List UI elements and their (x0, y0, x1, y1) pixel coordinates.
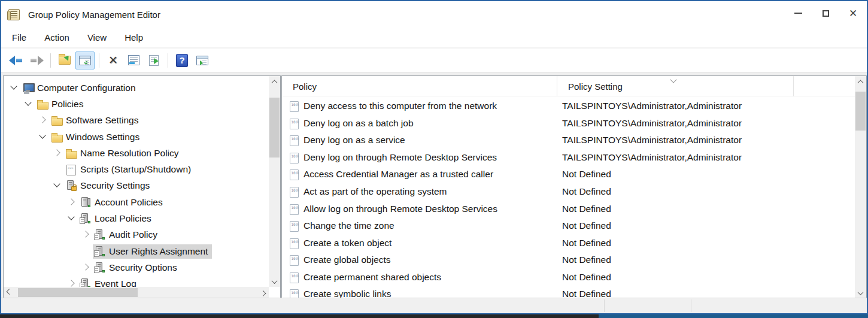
tree-item-user-rights-assignment[interactable]: User Rights Assignment (4, 243, 269, 259)
tree-item-audit-policy[interactable]: Audit Policy (4, 227, 269, 243)
list-vertical-scrollbar[interactable] (855, 76, 866, 298)
scroll-down-arrow-icon[interactable] (855, 288, 866, 298)
scroll-up-arrow-icon[interactable] (855, 76, 866, 86)
tree-item-scripts[interactable]: Scripts (Startup/Shutdown) (4, 161, 269, 177)
properties-button[interactable] (124, 52, 143, 69)
tree-item-label: Computer Configuration (37, 83, 136, 93)
forward-button[interactable] (27, 52, 46, 69)
help-icon: ? (176, 54, 188, 67)
policy-doc-icon (289, 152, 299, 163)
policy-row[interactable]: Deny log on through Remote Desktop Servi… (282, 149, 855, 166)
policy-row[interactable]: Deny access to this computer from the ne… (282, 98, 855, 115)
background-window-accent (599, 314, 868, 318)
show-console-tree-button[interactable] (75, 52, 95, 69)
tree-item-label: Account Policies (95, 197, 163, 208)
delete-button[interactable]: ✕ (104, 52, 123, 69)
tree-item-label: Security Settings (80, 180, 150, 191)
tree-horizontal-scrollbar[interactable] (4, 287, 269, 298)
policy-name: Change the time zone (304, 220, 562, 231)
scrollbar-thumb[interactable] (18, 288, 138, 297)
policy-row[interactable]: Act as part of the operating systemNot D… (282, 183, 855, 201)
statusbar-divider (604, 299, 605, 312)
policy-row[interactable]: Change the time zoneNot Defined (282, 217, 855, 235)
policy-row[interactable]: Access Credential Manager as a trusted c… (282, 166, 855, 183)
list-header: Policy Policy Setting (282, 76, 855, 96)
expand-chevron-icon[interactable] (53, 181, 61, 190)
policy-setting: Not Defined (562, 289, 611, 298)
policy-row[interactable]: Create global objectsNot Defined (282, 252, 855, 269)
menu-file[interactable]: File (5, 30, 34, 45)
scroll-down-arrow-icon[interactable] (269, 277, 280, 287)
help-button[interactable]: ? (172, 52, 192, 69)
tree-item-local-policies[interactable]: Local Policies (4, 210, 269, 226)
policy-setting: TAILSPINTOYS\Administrator,Administrator (562, 118, 742, 129)
tree-item-name-resolution-policy[interactable]: Name Resolution Policy (4, 145, 269, 161)
collapse-chevron-icon[interactable] (81, 264, 90, 272)
policy-doc-icon (289, 220, 299, 231)
policy-list: Deny access to this computer from the ne… (282, 98, 855, 298)
policy-row[interactable]: Create permanent shared objectsNot Defin… (282, 268, 855, 286)
policy-setting: TAILSPINTOYS\Administrator,Administrator (562, 101, 742, 111)
title-bar[interactable]: Group Policy Management Editor ✕ (1, 1, 867, 28)
tree-item-label: Local Policies (95, 213, 151, 224)
scroll-up-arrow-icon[interactable] (269, 76, 280, 86)
no-chevron (53, 165, 61, 174)
toolbar-separator (168, 53, 168, 68)
policy-setting: Not Defined (562, 204, 611, 214)
scroll-right-arrow-icon[interactable] (257, 287, 269, 298)
minimize-button[interactable] (784, 1, 812, 25)
policy-row[interactable]: Create a token objectNot Defined (282, 234, 855, 252)
toolbar-separator (99, 53, 99, 68)
close-button[interactable]: ✕ (839, 1, 867, 25)
collapse-chevron-icon[interactable] (67, 280, 75, 287)
up-one-level-button[interactable] (55, 52, 74, 69)
tree-item-label: Audit Policy (109, 229, 157, 240)
policy-name: Deny log on through Remote Desktop Servi… (304, 152, 562, 163)
tree-item-security-options[interactable]: Security Options (4, 259, 269, 275)
tree-item-computer-configuration[interactable]: Computer Configuration (4, 80, 269, 96)
policy-setting: Not Defined (562, 238, 611, 249)
policy-row[interactable]: Deny log on as a batch jobTAILSPINTOYS\A… (282, 115, 855, 132)
toolbar: ✕ ? (1, 49, 867, 72)
show-action-pane-button[interactable] (193, 52, 212, 69)
expand-chevron-icon[interactable] (38, 133, 47, 141)
policy-doc-icon (289, 204, 299, 214)
menu-action[interactable]: Action (37, 30, 77, 45)
column-label: Policy Setting (568, 81, 623, 92)
policy-row[interactable]: Deny log on as a serviceTAILSPINTOYS\Adm… (282, 132, 855, 149)
menu-view[interactable]: View (80, 30, 114, 45)
policy-name: Act as part of the operating system (304, 186, 562, 197)
policy-doc-icon (289, 169, 299, 180)
tree-item-software-settings[interactable]: Software Settings (4, 113, 269, 129)
scrollbar-thumb[interactable] (269, 98, 280, 158)
tree-item-event-log[interactable]: Event Log (4, 276, 269, 287)
tree-item-policies[interactable]: Policies (4, 96, 269, 112)
gpo-scroll-icon (8, 9, 20, 20)
folder-icon (37, 99, 48, 110)
tree-item-label: Policies (51, 99, 83, 110)
policy-name: Create symbolic links (304, 289, 562, 298)
expand-chevron-icon[interactable] (24, 100, 32, 108)
policy-name: Allow log on through Remote Desktop Serv… (304, 204, 562, 214)
scrollbar-thumb[interactable] (855, 92, 866, 131)
collapse-chevron-icon[interactable] (38, 116, 47, 125)
menu-help[interactable]: Help (117, 30, 150, 45)
collapse-chevron-icon[interactable] (67, 198, 75, 207)
maximize-button[interactable] (812, 1, 839, 25)
collapse-chevron-icon[interactable] (81, 231, 90, 239)
policy-row[interactable]: Create symbolic linksNot Defined (282, 286, 855, 298)
tree-vertical-scrollbar[interactable] (269, 76, 280, 287)
forward-arrow-icon (29, 56, 44, 65)
tree-item-windows-settings[interactable]: Windows Settings (4, 129, 269, 145)
collapse-chevron-icon[interactable] (53, 149, 61, 158)
column-header-policy[interactable]: Policy (282, 76, 557, 96)
tree-item-security-settings[interactable]: Security Settings (4, 178, 269, 194)
expand-chevron-icon[interactable] (67, 214, 75, 223)
expand-chevron-icon[interactable] (10, 84, 18, 92)
policy-row[interactable]: Allow log on through Remote Desktop Serv… (282, 200, 855, 217)
export-list-button[interactable] (144, 52, 163, 69)
scroll-left-arrow-icon[interactable] (4, 287, 15, 298)
tree-item-account-policies[interactable]: Account Policies (4, 194, 269, 210)
policy-doc-icon (289, 101, 299, 111)
back-button[interactable] (7, 52, 26, 69)
